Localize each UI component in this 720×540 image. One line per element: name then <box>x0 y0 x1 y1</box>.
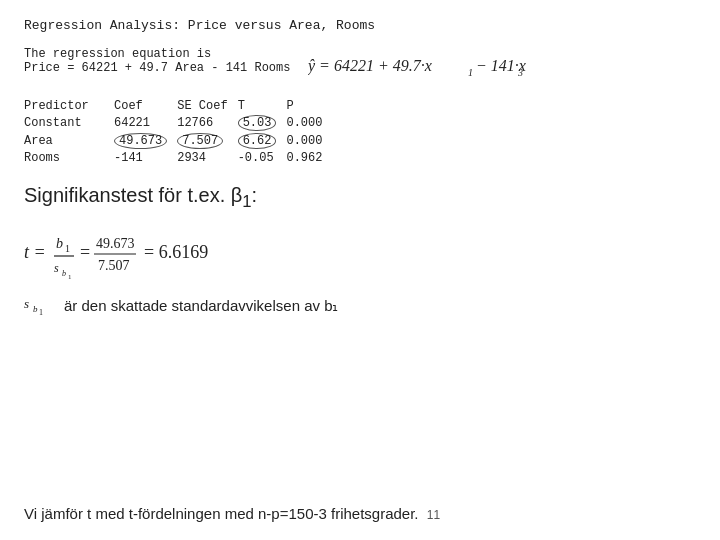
col-p: P <box>286 98 332 114</box>
footer-row: Vi jämför t med t-fördelningen med n-p=1… <box>24 505 440 522</box>
equation-row: The regression equation is Price = 64221… <box>24 47 696 84</box>
intro-line1: The regression equation is <box>24 47 290 61</box>
cell-r0-c4: 0.000 <box>286 114 332 132</box>
t-formula-container: t = b 1 s b 1 = 49.673 7.507 = 6.6169 <box>24 222 696 282</box>
regression-equation-svg: ŷ = 64221 + 49.7·x 1 − 141·x 3 <box>308 49 528 81</box>
cell-r0-c0: Constant <box>24 114 114 132</box>
svg-text:1: 1 <box>468 67 473 78</box>
cell-r1-c4: 0.000 <box>286 132 332 150</box>
cell-r1-c0: Area <box>24 132 114 150</box>
cell-r2-c3: -0.05 <box>238 150 287 166</box>
cell-r0-c1: 64221 <box>114 114 177 132</box>
sb-section: s b 1 är den skattade standardavvikelsen… <box>24 292 696 320</box>
coef-table: Predictor Coef SE Coef T P Constant64221… <box>24 98 332 166</box>
svg-text:=: = <box>80 242 90 262</box>
cell-r1-c1: 49.673 <box>114 132 177 150</box>
equation-formula: ŷ = 64221 + 49.7·x 1 − 141·x 3 <box>308 47 528 84</box>
cell-r1-c3: 6.62 <box>238 132 287 150</box>
svg-text:s: s <box>24 296 29 311</box>
table-header-row: Predictor Coef SE Coef T P <box>24 98 332 114</box>
signif-heading: Signifikanstest för t.ex. β1: <box>24 184 696 212</box>
svg-text:ŷ = 64221 + 49.7·x: ŷ = 64221 + 49.7·x <box>308 57 432 75</box>
cell-r2-c0: Rooms <box>24 150 114 166</box>
svg-text:3: 3 <box>517 67 523 78</box>
svg-text:s: s <box>54 261 59 275</box>
coef-table-section: Predictor Coef SE Coef T P Constant64221… <box>24 98 696 166</box>
svg-text:49.673: 49.673 <box>96 236 135 251</box>
page-number: 11 <box>427 508 440 522</box>
svg-text:b: b <box>56 236 63 251</box>
cell-r0-c2: 12766 <box>177 114 237 132</box>
svg-text:= 6.6169: = 6.6169 <box>144 242 208 262</box>
page: Regression Analysis: Price versus Area, … <box>0 0 720 540</box>
cell-r0-c3: 5.03 <box>238 114 287 132</box>
svg-text:b: b <box>62 269 66 278</box>
svg-text:7.507: 7.507 <box>98 258 130 273</box>
cell-r1-c2: 7.507 <box>177 132 237 150</box>
col-se-coef: SE Coef <box>177 98 237 114</box>
cell-r2-c2: 2934 <box>177 150 237 166</box>
sb-symbol-svg: s b 1 <box>24 292 54 320</box>
table-row: Rooms-1412934-0.050.962 <box>24 150 332 166</box>
svg-text:1: 1 <box>39 308 43 317</box>
col-coef: Coef <box>114 98 177 114</box>
table-row: Constant64221127665.030.000 <box>24 114 332 132</box>
svg-text:1: 1 <box>65 243 70 254</box>
svg-text:1: 1 <box>68 273 72 281</box>
intro-line2: Price = 64221 + 49.7 Area - 141 Rooms <box>24 61 290 75</box>
col-t: T <box>238 98 287 114</box>
svg-text:b: b <box>33 304 38 314</box>
footer-text: Vi jämför t med t-fördelningen med n-p=1… <box>24 505 419 522</box>
svg-text:t =: t = <box>24 242 46 262</box>
col-predictor: Predictor <box>24 98 114 114</box>
table-row: Area49.6737.5076.620.000 <box>24 132 332 150</box>
equation-text-block: The regression equation is Price = 64221… <box>24 47 290 75</box>
t-formula-svg: t = b 1 s b 1 = 49.673 7.507 = 6.6169 <box>24 222 344 282</box>
regression-title: Regression Analysis: Price versus Area, … <box>24 18 696 33</box>
cell-r2-c1: -141 <box>114 150 177 166</box>
cell-r2-c4: 0.962 <box>286 150 332 166</box>
sb-description-text: är den skattade standardavvikelsen av b₁ <box>64 297 339 315</box>
